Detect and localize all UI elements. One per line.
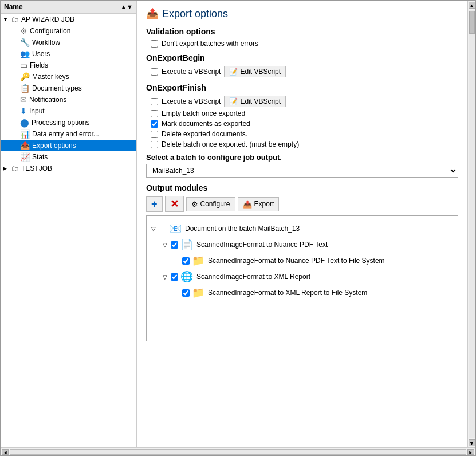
on-export-finish-label[interactable]: Execute a VBScript	[162, 97, 221, 105]
scroll-right-btn[interactable]: ►	[467, 449, 474, 455]
tree-icon-data-entry: 📊	[20, 129, 30, 139]
tree-label-workflow: Workflow	[32, 38, 60, 46]
output-expand-pdf-converter[interactable]: ▽	[163, 242, 168, 248]
output-modules-toolbar: + ✕ ⚙ Configure 📤 Export	[146, 196, 458, 212]
batch-select-label: Select a batch to configure job output.	[146, 153, 458, 162]
expand-icon-testjob[interactable]: ▶	[3, 166, 10, 171]
output-tree-item-pdf-filesystem: 📁ScannedImageFormat to Nuance PDF Text t…	[151, 253, 453, 269]
tree-icon-input: ⬇	[20, 107, 27, 116]
sidebar-item-stats[interactable]: 📈Stats	[1, 151, 136, 163]
sidebar-item-master-keys[interactable]: 🔑Master keys	[1, 71, 136, 82]
export-button[interactable]: 📤 Export	[238, 197, 280, 211]
on-export-begin-label[interactable]: Execute a VBScript	[162, 68, 221, 76]
output-modules-section: Output modules + ✕ ⚙ Configure 📤 Export	[146, 183, 458, 341]
output-icon-root: 📧	[169, 222, 182, 235]
output-expand-xml-converter[interactable]: ▽	[163, 274, 168, 280]
bottom-scrollbar[interactable]: ◄ ►	[1, 447, 475, 455]
tree-label-stats: Stats	[32, 153, 48, 161]
sidebar-item-workflow[interactable]: 🔧Workflow	[1, 37, 136, 48]
output-tree-item-pdf-converter: ▽📄ScannedImageFormat to Nuance PDF Text	[151, 237, 453, 253]
sidebar-item-input[interactable]: ⬇Input	[1, 105, 136, 117]
output-icon-pdf-filesystem: 📁	[192, 254, 204, 267]
export-icon: 📤	[243, 200, 252, 209]
output-cb-xml-filesystem[interactable]	[182, 289, 190, 297]
output-cb-pdf-converter[interactable]	[171, 241, 178, 249]
tree-label-configuration: Configuration	[30, 27, 70, 35]
sidebar-item-configuration[interactable]: ⚙Configuration	[1, 25, 136, 37]
on-export-begin-checkbox[interactable]	[151, 68, 158, 76]
app-container: Name ▲▼ ▼🗂AP WIZARD JOB⚙Configuration🔧Wo…	[0, 0, 476, 456]
expand-icon-ap-wizard-job[interactable]: ▼	[3, 17, 10, 22]
right-scrollbar[interactable]: ▲ ▼	[467, 1, 475, 447]
on-export-begin-row: Execute a VBScript 📝 Edit VBScript	[151, 66, 458, 77]
sidebar-item-users[interactable]: 👥Users	[1, 48, 136, 60]
sidebar-tree: ▼🗂AP WIZARD JOB⚙Configuration🔧Workflow👥U…	[1, 14, 136, 174]
vbs-icon-1: 📝	[229, 68, 238, 76]
tree-icon-document-types: 📋	[20, 84, 30, 93]
output-tree-item-xml-filesystem: 📁ScannedImageFormat to XML Report to Fil…	[151, 285, 453, 301]
on-export-finish-vbs-row: Execute a VBScript 📝 Edit VBScript	[151, 96, 458, 107]
sidebar-item-fields[interactable]: ▭Fields	[1, 60, 136, 71]
output-cb-pdf-filesystem[interactable]	[182, 257, 190, 265]
validation-checkbox[interactable]	[151, 40, 158, 48]
output-modules-title: Output modules	[146, 183, 458, 192]
tree-icon-ap-wizard-job: 🗂	[11, 15, 19, 24]
empty-batch-label[interactable]: Empty batch once exported	[162, 109, 245, 117]
tree-icon-configuration: ⚙	[20, 26, 27, 36]
mark-docs-label[interactable]: Mark documents as exported	[162, 120, 250, 128]
delete-batch-label[interactable]: Delete batch once exported. (must be emp…	[162, 140, 299, 148]
tree-label-ap-wizard-job: AP WIZARD JOB	[21, 15, 74, 23]
on-export-finish-checkbox[interactable]	[151, 98, 158, 105]
output-label-xml-converter: ScannedImageFormat to XML Report	[196, 273, 310, 281]
batch-select-dropdown[interactable]: MailBatch_13	[146, 164, 458, 178]
remove-module-button[interactable]: ✕	[165, 196, 184, 212]
output-tree-item-xml-converter: ▽🌐ScannedImageFormat to XML Report	[151, 269, 453, 285]
tree-icon-users: 👥	[20, 49, 30, 58]
scroll-thumb[interactable]	[469, 11, 475, 34]
tree-label-testjob: TESTJOB	[21, 164, 52, 172]
delete-batch-checkbox[interactable]	[151, 141, 158, 148]
delete-exported-checkbox[interactable]	[151, 131, 158, 138]
tree-label-master-keys: Master keys	[32, 73, 69, 81]
delete-batch-row: Delete batch once exported. (must be emp…	[151, 140, 458, 148]
tree-label-export-options: Export options	[32, 141, 76, 150]
output-cb-xml-converter[interactable]	[171, 273, 178, 281]
tree-icon-fields: ▭	[20, 61, 27, 70]
h-scroll-track	[10, 449, 466, 455]
empty-batch-row: Empty batch once exported	[151, 109, 458, 117]
sidebar-item-ap-wizard-job[interactable]: ▼🗂AP WIZARD JOB	[1, 14, 136, 25]
configure-button[interactable]: ⚙ Configure	[186, 197, 235, 211]
tree-label-document-types: Document types	[32, 84, 82, 92]
tree-label-fields: Fields	[30, 61, 48, 69]
on-export-finish-heading: OnExportFinish	[146, 83, 458, 92]
empty-batch-checkbox[interactable]	[151, 110, 158, 117]
sidebar-item-export-options[interactable]: 📤Export options	[1, 140, 136, 151]
delete-exported-label[interactable]: Delete exported documents.	[162, 130, 247, 138]
scroll-up-btn[interactable]: ▲	[469, 2, 475, 9]
sidebar-item-processing-options[interactable]: ⬤Processing options	[1, 117, 136, 128]
sidebar-item-document-types[interactable]: 📋Document types	[1, 82, 136, 94]
mark-docs-checkbox[interactable]	[151, 120, 158, 128]
output-expand-root[interactable]: ▽	[151, 226, 157, 232]
page-title-icon: 📤	[146, 7, 159, 20]
tree-label-notifications: Notifications	[29, 96, 66, 104]
add-module-button[interactable]: +	[146, 196, 163, 212]
scroll-left-btn[interactable]: ◄	[2, 449, 9, 455]
scroll-track	[469, 10, 475, 438]
sidebar-sort-icon[interactable]: ▲▼	[120, 3, 133, 10]
sidebar-item-testjob[interactable]: ▶🗂TESTJOB	[1, 163, 136, 174]
delete-exported-row: Delete exported documents.	[151, 130, 458, 138]
on-export-begin-heading: OnExportBegin	[146, 53, 458, 62]
scroll-down-btn[interactable]: ▼	[469, 439, 475, 446]
sidebar-item-notifications[interactable]: ✉Notifications	[1, 94, 136, 105]
sidebar-item-data-entry[interactable]: 📊Data entry and error...	[1, 128, 136, 140]
output-label-pdf-filesystem: ScannedImageFormat to Nuance PDF Text to…	[208, 257, 385, 265]
on-export-begin-edit-btn[interactable]: 📝 Edit VBScript	[224, 66, 286, 77]
vbs-icon-2: 📝	[229, 97, 238, 105]
tree-label-data-entry: Data entry and error...	[32, 130, 99, 138]
main-area: Name ▲▼ ▼🗂AP WIZARD JOB⚙Configuration🔧Wo…	[1, 1, 475, 447]
on-export-finish-edit-btn[interactable]: 📝 Edit VBScript	[224, 96, 286, 107]
tree-icon-export-options: 📤	[20, 141, 30, 150]
validation-label[interactable]: Don't export batches with errors	[162, 40, 258, 48]
page-title-text: Export options	[162, 8, 228, 20]
